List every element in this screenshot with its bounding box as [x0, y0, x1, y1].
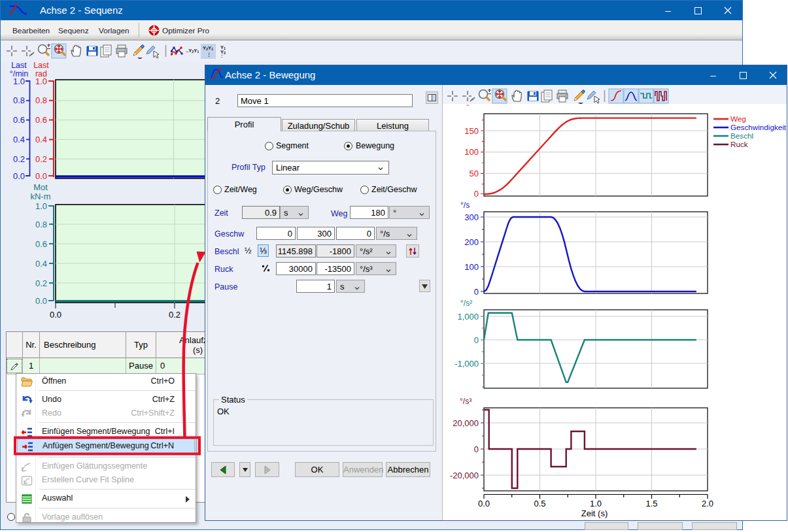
- svg-text:0.4: 0.4: [13, 135, 25, 144]
- svg-text:Geschwindigkeit: Geschwindigkeit: [730, 123, 787, 131]
- svg-text:1.0: 1.0: [590, 499, 602, 508]
- svg-text:Weg: Weg: [730, 114, 746, 123]
- svg-text:0.2: 0.2: [35, 278, 47, 288]
- svg-text:0.0: 0.0: [35, 171, 47, 181]
- svg-text:-1,000: -1,000: [454, 359, 479, 369]
- svg-text:200: 200: [464, 237, 479, 247]
- svg-text:2.0: 2.0: [702, 499, 713, 508]
- svg-text:0.5: 0.5: [534, 499, 545, 508]
- svg-text:300: 300: [464, 212, 479, 222]
- svg-text:0.6: 0.6: [35, 239, 47, 249]
- svg-text:°/s²: °/s²: [460, 299, 472, 308]
- svg-text:0.8: 0.8: [13, 95, 25, 105]
- svg-text:..Y2Y1: ..Y2Y1: [186, 48, 199, 54]
- svg-text:0.4: 0.4: [35, 259, 47, 269]
- svg-text:0.0: 0.0: [50, 310, 61, 320]
- svg-text:Ruck: Ruck: [730, 140, 748, 148]
- svg-text:°/s: °/s: [460, 201, 470, 210]
- svg-text:Mot: Mot: [33, 182, 48, 192]
- svg-text:150: 150: [464, 126, 479, 136]
- svg-text:0.0: 0.0: [478, 499, 490, 508]
- svg-text:⋮: ⋮: [207, 52, 212, 58]
- svg-text:0.2: 0.2: [169, 310, 180, 320]
- svg-text:20,000: 20,000: [453, 418, 479, 428]
- svg-text:1,000: 1,000: [457, 312, 479, 322]
- svg-text:-20,000: -20,000: [450, 471, 479, 480]
- svg-text:100: 100: [464, 147, 479, 157]
- svg-text:kN-m: kN-m: [30, 191, 50, 201]
- svg-text:0: 0: [474, 444, 479, 454]
- svg-text:°/s³: °/s³: [460, 397, 471, 406]
- svg-text:0.6: 0.6: [13, 115, 25, 125]
- svg-text:0: 0: [474, 287, 479, 297]
- svg-text:0.0: 0.0: [35, 296, 47, 306]
- svg-text:°: °: [466, 105, 470, 111]
- svg-text:0.6: 0.6: [35, 115, 47, 125]
- svg-text:1.5: 1.5: [645, 499, 657, 508]
- svg-text:Beschl: Beschl: [730, 131, 753, 140]
- svg-text:0.8: 0.8: [35, 95, 47, 105]
- svg-text:rad: rad: [35, 69, 47, 78]
- svg-text:Zeit (s): Zeit (s): [581, 508, 608, 518]
- svg-text:0.8: 0.8: [35, 220, 47, 229]
- svg-text:0.0: 0.0: [13, 171, 25, 181]
- svg-text:0: 0: [474, 189, 479, 199]
- svg-text:100: 100: [464, 262, 479, 272]
- svg-text:°/min: °/min: [10, 69, 29, 78]
- svg-text:0.2: 0.2: [35, 154, 47, 164]
- svg-text:0.2: 0.2: [13, 154, 25, 164]
- svg-text:1.0: 1.0: [35, 201, 47, 211]
- svg-text:0.4: 0.4: [35, 135, 47, 144]
- svg-text:0: 0: [474, 335, 479, 345]
- svg-text::: :: [221, 53, 223, 59]
- svg-text:50: 50: [470, 169, 479, 178]
